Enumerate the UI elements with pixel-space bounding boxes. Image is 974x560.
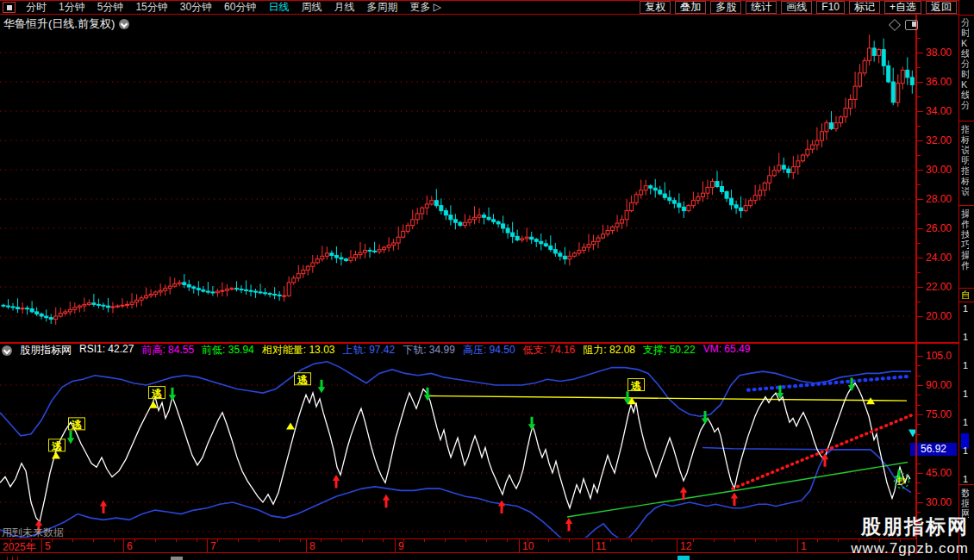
timeline-label-10: 10	[522, 540, 534, 552]
strip-vertical-label[interactable]: 操作技巧操作	[961, 208, 969, 271]
escape-signal-label: 逃	[630, 380, 642, 392]
timeline-separator	[207, 539, 208, 552]
toolbar-button-+自选[interactable]: +自选	[884, 1, 921, 14]
timeline-tick	[776, 539, 777, 542]
stat-下轨: 下轨: 34.99	[403, 343, 455, 358]
axis-tick	[917, 414, 923, 415]
axis-tick	[917, 38, 921, 39]
diamond-icon[interactable]	[889, 19, 901, 31]
timeline-tick	[217, 539, 218, 542]
collapse-icon[interactable]	[2, 345, 12, 356]
timeline-label-9: 9	[398, 540, 404, 552]
clipped-row-stub	[677, 556, 690, 560]
axis-tick	[917, 473, 923, 474]
indicator-stats: RSI1: 42.27前高: 84.55前低: 35.94相对能量: 13.03…	[79, 343, 750, 358]
axis-tick	[917, 111, 923, 112]
right-edge-strip[interactable]: 分时K线分时K线分指标说明指标说操作技巧操作自数据网1111111	[958, 0, 974, 560]
strip-divider	[959, 121, 974, 121]
chart-corner-icons	[890, 20, 918, 30]
buy-arrow-marker	[565, 518, 572, 532]
toolbar-button-返回[interactable]: 返回	[926, 1, 957, 14]
menu-item-更多▷[interactable]: 更多 ▷	[409, 0, 441, 15]
sell-arrow-marker	[67, 431, 74, 445]
menu-item-日线[interactable]: 日线	[268, 0, 289, 15]
window-icon[interactable]	[905, 20, 918, 30]
strip-digit: 1	[963, 332, 968, 342]
indicator-header: 股朋指标网 RSI1: 42.27前高: 84.55前低: 35.94相对能量:…	[2, 345, 750, 356]
menu-item-5分钟[interactable]: 5分钟	[97, 0, 124, 15]
strip-divider	[959, 288, 974, 289]
timeline-separator	[41, 539, 42, 552]
menu-item-15分钟[interactable]: 15分钟	[135, 0, 167, 15]
timeline-tick	[197, 539, 197, 542]
price-label-20.00: 20.00	[926, 310, 952, 322]
price-label-22.00: 22.00	[926, 281, 952, 293]
menu-item-30分钟[interactable]: 30分钟	[180, 0, 212, 15]
strip-divider	[959, 205, 974, 206]
toolbar-button-画线[interactable]: 画线	[781, 1, 812, 14]
strip-digit: 1	[963, 360, 968, 370]
timeline-tick	[383, 539, 384, 542]
axis-tick	[917, 140, 923, 141]
menu-item-1分钟[interactable]: 1分钟	[59, 0, 85, 15]
timeline-tick	[424, 539, 425, 542]
timeline-tick	[465, 539, 466, 542]
toolbar-button-标记[interactable]: 标记	[849, 1, 880, 14]
stat-前低: 前低: 35.94	[202, 343, 254, 358]
timeline-label-7: 7	[210, 540, 216, 552]
strip-digit: 1	[963, 445, 968, 456]
toolbar-button-复权[interactable]: 复权	[640, 1, 671, 14]
escape-signal-label: 逃	[297, 374, 309, 386]
indicator-label-30.00: 30.00	[926, 496, 952, 508]
main-price-axis: 38.0036.0034.0032.0030.0028.0026.0024.00…	[917, 22, 958, 342]
window-layout-icon[interactable]	[3, 2, 16, 13]
axis-tick	[917, 385, 923, 386]
escape-signal-label: 逃	[51, 440, 63, 452]
toolbar-button-多股[interactable]: 多股	[710, 1, 741, 14]
menu-item-月线[interactable]: 月线	[334, 0, 354, 15]
timeline-tick	[734, 539, 735, 542]
timeline-tick	[486, 539, 487, 542]
strip-vertical-label[interactable]: 分时K线分时K线分	[961, 17, 969, 110]
price-label-24.00: 24.00	[926, 252, 952, 264]
buy-arrow-marker	[383, 495, 390, 508]
timeline-label-1: 1	[801, 540, 807, 552]
indicator-label-45.00: 45.00	[926, 467, 952, 479]
escape-signal-label: 逃	[151, 388, 163, 400]
sell-arrow-marker	[169, 388, 176, 401]
timeline[interactable]: 2025年567891011121	[0, 538, 916, 553]
timeline-tick	[176, 539, 177, 542]
timeline-label-12: 12	[680, 540, 691, 552]
chevron-down-icon[interactable]	[119, 19, 129, 29]
indicator-label-75.00: 75.00	[926, 408, 952, 420]
price-label-38.00: 38.00	[926, 47, 952, 59]
timeline-separator	[395, 539, 396, 552]
toolbar-button-统计[interactable]: 统计	[746, 1, 777, 14]
toolbar-button-叠加[interactable]: 叠加	[675, 1, 706, 14]
toolbar-button-F10[interactable]: F10	[816, 1, 845, 14]
sell-arrow-marker	[318, 380, 325, 394]
buy-arrow-marker	[333, 475, 340, 488]
menu-item-分时[interactable]: 分时	[26, 0, 47, 15]
strip-vertical-label[interactable]: 自	[961, 289, 969, 300]
timeline-tick	[693, 539, 694, 542]
axis-tick	[917, 502, 923, 503]
indicator-plot[interactable]: 逃逃逃逃逃抄	[0, 355, 916, 538]
price-label-30.00: 30.00	[926, 164, 952, 176]
axis-tick	[917, 302, 921, 302]
period-menu: 分时1分钟5分钟15分钟30分钟60分钟日线周线月线多周期更多 ▷	[26, 0, 441, 15]
menu-item-60分钟[interactable]: 60分钟	[224, 0, 256, 15]
axis-tick	[917, 53, 923, 53]
main-candlestick-chart[interactable]	[0, 22, 916, 342]
stat-VM: VM: 65.49	[703, 343, 751, 358]
strip-digit: 1	[963, 303, 968, 314]
timeline-label-2025年: 2025年	[3, 540, 36, 555]
stat-支撑: 支撑: 50.22	[643, 343, 696, 358]
timeline-tick	[238, 539, 239, 542]
stat-上轨: 上轨: 97.42	[342, 343, 395, 358]
timeline-tick	[817, 539, 818, 542]
axis-tick	[917, 243, 921, 244]
menu-item-多周期[interactable]: 多周期	[366, 0, 397, 15]
strip-vertical-label[interactable]: 指标说明指标说	[961, 124, 969, 196]
menu-item-周线[interactable]: 周线	[301, 0, 322, 15]
